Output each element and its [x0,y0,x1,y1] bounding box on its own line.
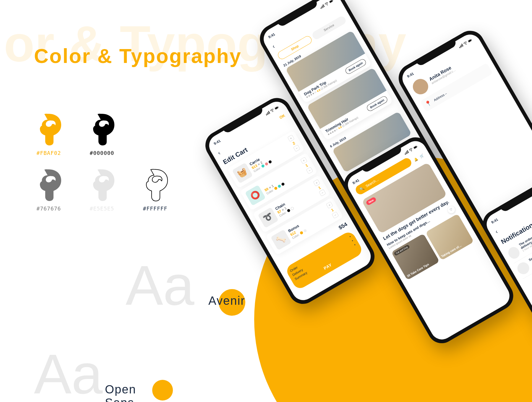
svg-rect-10 [414,146,417,149]
hex-label: #000000 [90,150,114,156]
svg-rect-1 [275,107,278,109]
status-time: 9:41 [213,139,221,146]
swatch-white: #FFFFFF [140,168,170,212]
logo-icon [87,168,117,202]
qty-minus[interactable]: − [293,145,301,152]
battery-icon [274,106,279,110]
swatch-primary: #FBAF02 [34,112,64,156]
svg-rect-7 [468,40,471,42]
product-thumb: 🧺 [232,163,253,184]
qty-minus[interactable]: − [306,167,313,174]
svg-rect-4 [330,0,332,3]
hex-label: #767676 [37,205,61,212]
qty-minus[interactable]: − [319,189,326,197]
cart-icon[interactable]: 🛒 [419,153,425,158]
logo-icon [87,112,117,146]
accent-dot [152,380,173,401]
product-thumb: ⭕ [245,185,266,206]
wifi-icon [270,108,275,113]
page-title: Color & Typography [34,44,242,67]
avatar[interactable] [410,76,431,97]
back-button[interactable]: ‹ [216,150,221,156]
hex-label: #FBAF02 [37,150,61,156]
total-value: $54 [338,221,348,231]
qty-minus[interactable]: − [332,211,339,219]
swatch-gray: #767676 [34,168,64,212]
new-badge: New [366,197,377,206]
swatch-lightgray: #E5E5E5 [87,168,117,212]
back-button[interactable]: ‹ [494,228,499,235]
back-button[interactable]: ‹ [271,43,276,50]
hex-label: #E5E5E5 [90,205,114,212]
product-thumb: ➰ [258,207,279,228]
bell-icon[interactable]: 🔔 [413,157,419,162]
ok-button[interactable]: OK [279,113,286,120]
logo-icon [140,168,170,202]
notif-avatar [515,260,531,276]
heart-icon[interactable]: ♡ [447,205,456,215]
glyph-sample: Aa [126,257,194,313]
signal-icon [265,111,270,116]
swatch-black: #000000 [87,112,117,156]
font-name-avenir: Avenir [208,294,245,307]
glyph-sample: Aa [34,346,103,402]
product-thumb: 🦴 [270,229,291,250]
search-icon: 🔍 [359,186,365,192]
hex-label: #FFFFFF [143,205,168,212]
color-swatches: #FBAF02 #000000 #767676 #E5E5E5 #FFFFFF [34,112,170,223]
qty-value: 2 [292,141,296,146]
logo-icon [34,168,64,202]
font-name-opensans: Open Sans [105,383,136,402]
notif-avatar [506,245,522,261]
logo-icon [34,112,64,146]
pin-icon: 📍 [424,99,433,108]
